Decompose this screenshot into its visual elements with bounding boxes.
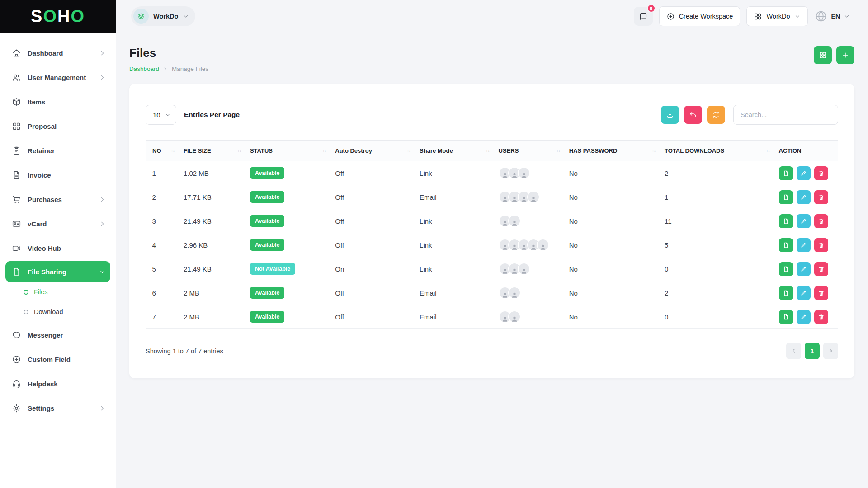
sort-icon[interactable]: ↑↓ bbox=[407, 148, 410, 153]
sidebar-item-proposal[interactable]: Proposal bbox=[5, 115, 110, 137]
create-workspace-button[interactable]: Create Workspace bbox=[659, 6, 741, 26]
delete-file-button[interactable] bbox=[814, 214, 828, 228]
page-actions bbox=[814, 46, 854, 64]
globe-icon bbox=[814, 9, 828, 23]
edit-file-button[interactable] bbox=[797, 166, 811, 180]
view-file-button[interactable] bbox=[779, 286, 793, 300]
sort-icon[interactable]: ↑↓ bbox=[171, 148, 175, 153]
cell-total-downloads: 1 bbox=[660, 185, 774, 209]
plus-icon bbox=[841, 51, 849, 59]
sort-icon[interactable]: ↑↓ bbox=[557, 148, 560, 153]
pencil-icon bbox=[800, 170, 807, 177]
grid-view-button[interactable] bbox=[814, 46, 832, 64]
delete-file-button[interactable] bbox=[814, 310, 828, 324]
workspace-switcher[interactable]: WorkDo bbox=[131, 6, 195, 26]
chevron-right-icon bbox=[163, 66, 168, 72]
sidebar-item-user-management[interactable]: User Management bbox=[5, 66, 110, 89]
view-file-button[interactable] bbox=[779, 310, 793, 324]
delete-file-button[interactable] bbox=[814, 166, 828, 180]
sort-icon[interactable]: ↑↓ bbox=[766, 148, 770, 153]
user-avatar bbox=[518, 263, 530, 275]
refresh-button[interactable] bbox=[707, 106, 725, 124]
cell-users bbox=[494, 305, 565, 329]
entries-per-page-select[interactable]: 10 bbox=[146, 105, 176, 125]
pencil-icon bbox=[800, 194, 807, 201]
sort-icon[interactable]: ↑↓ bbox=[322, 148, 326, 153]
video-icon bbox=[12, 244, 21, 253]
header-status[interactable]: STATUS↑↓ bbox=[245, 141, 330, 161]
cell-action bbox=[774, 233, 838, 257]
sidebar-item-invoice[interactable]: Invoice bbox=[5, 164, 110, 186]
search-input[interactable] bbox=[733, 105, 838, 125]
next-page-button[interactable] bbox=[823, 343, 838, 359]
header-total-downloads[interactable]: TOTAL DOWNLOADS↑↓ bbox=[660, 141, 774, 161]
chevron-right-icon bbox=[99, 405, 106, 412]
edit-file-button[interactable] bbox=[797, 190, 811, 204]
brand-logo[interactable]: SOHO bbox=[0, 0, 116, 33]
edit-file-button[interactable] bbox=[797, 238, 811, 252]
previous-page-button[interactable] bbox=[786, 343, 801, 359]
view-file-button[interactable] bbox=[779, 166, 793, 180]
messages-button[interactable]: 0 bbox=[634, 7, 653, 26]
header-label: STATUS bbox=[250, 147, 273, 154]
sidebar-item-video-hub[interactable]: Video Hub bbox=[5, 237, 110, 259]
cell-auto-destroy: Off bbox=[330, 233, 415, 257]
view-file-button[interactable] bbox=[779, 214, 793, 228]
sort-icon[interactable]: ↑↓ bbox=[486, 148, 490, 153]
edit-file-button[interactable] bbox=[797, 286, 811, 300]
sidebar-item-helpdesk[interactable]: Helpdesk bbox=[5, 372, 110, 395]
workspace-dropdown[interactable]: WorkDo bbox=[746, 6, 807, 26]
sidebar-item-vcard[interactable]: vCard bbox=[5, 212, 110, 235]
sidebar-item-purchases[interactable]: Purchases bbox=[5, 188, 110, 211]
view-file-button[interactable] bbox=[779, 262, 793, 276]
sidebar-item-dashboard[interactable]: Dashboard bbox=[5, 42, 110, 64]
cell-share-mode: Link bbox=[415, 161, 494, 185]
header-no[interactable]: NO↑↓ bbox=[146, 141, 179, 161]
page-number-button[interactable]: 1 bbox=[805, 343, 820, 359]
delete-file-button[interactable] bbox=[814, 238, 828, 252]
sidebar-item-retainer[interactable]: Retainer bbox=[5, 139, 110, 162]
cell-share-mode: Email bbox=[415, 185, 494, 209]
plus-circle-icon bbox=[12, 355, 21, 364]
sidebar-subitem-download[interactable]: Download bbox=[0, 302, 116, 322]
reset-button[interactable] bbox=[684, 106, 702, 124]
sidebar-item-settings[interactable]: Settings bbox=[5, 397, 110, 419]
trash-icon bbox=[818, 218, 825, 225]
sidebar-item-messenger[interactable]: Messenger bbox=[5, 324, 110, 346]
breadcrumb-dashboard-link[interactable]: Dashboard bbox=[129, 66, 159, 72]
delete-file-button[interactable] bbox=[814, 286, 828, 300]
delete-file-button[interactable] bbox=[814, 190, 828, 204]
sidebar-item-items[interactable]: Items bbox=[5, 90, 110, 113]
chevron-right-icon bbox=[99, 196, 106, 203]
edit-file-button[interactable] bbox=[797, 310, 811, 324]
language-selector[interactable]: EN bbox=[814, 9, 850, 23]
file-icon bbox=[783, 218, 789, 225]
cell-users bbox=[494, 281, 565, 305]
pagination: 1 bbox=[786, 343, 838, 359]
sidebar-item-custom-field[interactable]: Custom Field bbox=[5, 348, 110, 371]
edit-file-button[interactable] bbox=[797, 214, 811, 228]
delete-file-button[interactable] bbox=[814, 262, 828, 276]
download-icon bbox=[666, 111, 674, 119]
user-avatar bbox=[508, 215, 521, 227]
view-file-button[interactable] bbox=[779, 238, 793, 252]
view-file-button[interactable] bbox=[779, 190, 793, 204]
header-share-mode[interactable]: Share Mode↑↓ bbox=[415, 141, 494, 161]
add-file-button[interactable] bbox=[836, 46, 854, 64]
header-users[interactable]: USERS↑↓ bbox=[494, 141, 565, 161]
sort-icon[interactable]: ↑↓ bbox=[652, 148, 656, 153]
cell-action bbox=[774, 281, 838, 305]
header-auto-destroy[interactable]: Auto Destroy↑↓ bbox=[330, 141, 415, 161]
table-toolbar: 10 Entries Per Page bbox=[146, 105, 838, 125]
sidebar-item-file-sharing[interactable]: File Sharing bbox=[5, 261, 110, 282]
create-workspace-label: Create Workspace bbox=[679, 13, 733, 20]
sort-icon[interactable]: ↑↓ bbox=[237, 148, 241, 153]
cell-has-password: No bbox=[565, 305, 660, 329]
export-button[interactable] bbox=[661, 106, 679, 124]
entries-per-page-value: 10 bbox=[153, 111, 160, 119]
header-has-password[interactable]: HAS PASSWORD↑↓ bbox=[565, 141, 660, 161]
header-file-size[interactable]: FILE SIZE↑↓ bbox=[179, 141, 245, 161]
edit-file-button[interactable] bbox=[797, 262, 811, 276]
sidebar-subitem-files[interactable]: Files bbox=[0, 282, 116, 302]
logo-letter: H bbox=[57, 7, 71, 26]
